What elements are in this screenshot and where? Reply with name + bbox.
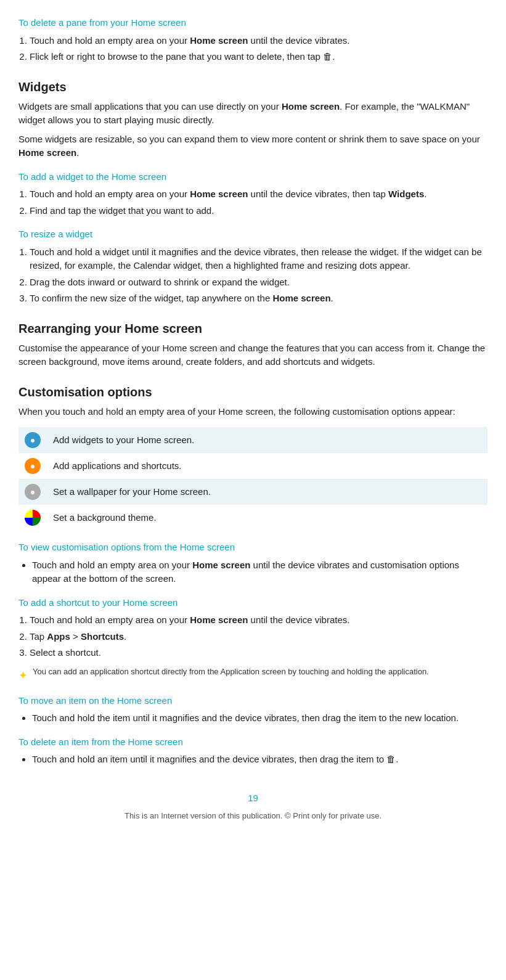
widgets-p1: Widgets are small applications that you … (18, 100, 488, 128)
add-widget-steps: Touch and hold an empty area on your Hom… (30, 187, 488, 218)
list-item: Flick left or right to browse to the pan… (30, 50, 488, 64)
widgets-section: Widgets Widgets are small applications t… (18, 78, 488, 306)
list-item: Touch and hold an item until it magnifie… (32, 753, 488, 767)
list-item: To confirm the new size of the widget, t… (30, 292, 488, 306)
tip-box: ✦ You can add an application shortcut di… (18, 666, 488, 684)
trash-icon: 🗑 (323, 51, 332, 62)
view-customisation-section: To view customisation options from the H… (18, 541, 488, 586)
rearranging-section: Rearranging your Home screen Customise t… (18, 319, 488, 369)
table-row-text: Add widgets to your Home screen. (47, 427, 488, 453)
rearranging-p1: Customise the appearance of your Home sc… (18, 341, 488, 369)
delete-pane-heading: To delete a pane from your Home screen (18, 16, 488, 30)
list-item: Touch and hold an empty area on your Hom… (30, 613, 488, 627)
move-item-list: Touch and hold the item until it magnifi… (32, 711, 488, 725)
tip-icon: ✦ (18, 668, 28, 684)
table-row-text: Set a background theme. (47, 505, 488, 531)
rearranging-heading: Rearranging your Home screen (18, 319, 488, 338)
list-item: Touch and hold the item until it magnifi… (32, 711, 488, 725)
view-customisation-heading: To view customisation options from the H… (18, 541, 488, 555)
table-icon-cell: ● (18, 453, 47, 479)
wallpaper-icon: ● (25, 484, 41, 500)
table-row-text: Set a wallpaper for your Home screen. (47, 479, 488, 505)
table-icon-cell: ● (18, 427, 47, 453)
delete-pane-steps: Touch and hold an empty area on your Hom… (30, 34, 488, 64)
list-item: Touch and hold an empty area on your Hom… (32, 558, 488, 586)
tip-text: You can add an application shortcut dire… (33, 666, 429, 678)
list-item: Touch and hold a widget until it magnifi… (30, 245, 488, 273)
widgets-p2: Some widgets are resizable, so you can e… (18, 133, 488, 160)
add-shortcut-section: To add a shortcut to your Home screen To… (18, 596, 488, 684)
list-item: Drag the dots inward or outward to shrin… (30, 276, 488, 290)
customisation-heading: Customisation options (18, 383, 488, 401)
list-item: Touch and hold an empty area on your Hom… (30, 34, 488, 48)
move-item-section: To move an item on the Home screen Touch… (18, 694, 488, 725)
delete-item-heading: To delete an item from the Home screen (18, 735, 488, 749)
theme-icon: ● (25, 510, 41, 526)
list-item: Find and tap the widget that you want to… (30, 204, 488, 218)
footer-text: This is an Internet version of this publ… (18, 810, 488, 822)
table-row-text: Add applications and shortcuts. (47, 453, 488, 479)
delete-pane-section: To delete a pane from your Home screen T… (18, 16, 488, 64)
list-item: Select a shortcut. (30, 646, 488, 660)
add-shortcut-heading: To add a shortcut to your Home screen (18, 596, 488, 610)
table-icon-cell: ● (18, 505, 47, 531)
view-customisation-list: Touch and hold an empty area on your Hom… (32, 558, 488, 586)
customisation-section: Customisation options When you touch and… (18, 383, 488, 531)
resize-widget-steps: Touch and hold a widget until it magnifi… (30, 245, 488, 306)
move-item-heading: To move an item on the Home screen (18, 694, 488, 708)
customisation-p1: When you touch and hold an empty area of… (18, 405, 488, 419)
page-footer: 19 This is an Internet version of this p… (18, 791, 488, 822)
list-item: Tap Apps > Shortcuts. (30, 630, 488, 644)
list-item: Touch and hold an empty area on your Hom… (30, 187, 488, 202)
add-widget-heading: To add a widget to the Home screen (18, 170, 488, 184)
customisation-table: ●Add widgets to your Home screen.●Add ap… (18, 427, 488, 531)
apps-icon: ● (25, 458, 41, 474)
widgets-heading: Widgets (18, 78, 488, 96)
trash-icon: 🗑 (386, 754, 396, 764)
table-icon-cell: ● (18, 479, 47, 505)
delete-item-section: To delete an item from the Home screen T… (18, 735, 488, 767)
resize-widget-heading: To resize a widget (18, 227, 488, 242)
add-shortcut-steps: Touch and hold an empty area on your Hom… (30, 613, 488, 660)
delete-item-list: Touch and hold an item until it magnifie… (32, 753, 488, 767)
widget-icon: ● (25, 432, 41, 448)
page-number: 19 (18, 791, 488, 806)
